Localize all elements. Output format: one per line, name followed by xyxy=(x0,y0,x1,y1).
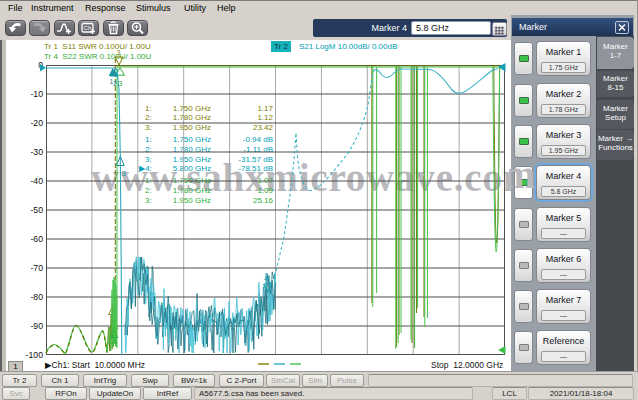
svg-text:Ch: Ch xyxy=(84,25,92,31)
svg-text:3: 3 xyxy=(122,169,127,178)
svg-text:2: 2 xyxy=(113,80,117,87)
svg-text:4: 4 xyxy=(264,275,268,282)
svg-text:3: 3 xyxy=(117,49,121,56)
